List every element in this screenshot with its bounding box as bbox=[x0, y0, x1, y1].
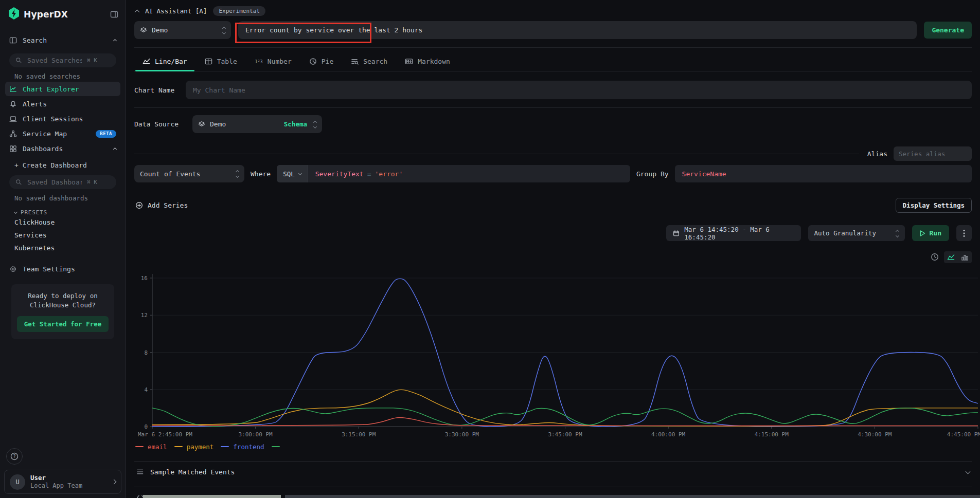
tab-number[interactable]: 1²3 Number bbox=[247, 54, 299, 71]
where-expression-input[interactable]: SQL SeverityText = 'error' bbox=[277, 165, 630, 182]
list-search-icon bbox=[351, 58, 359, 65]
tab-line-bar[interactable]: Line/Bar bbox=[135, 54, 194, 71]
number-123-icon: 1²3 bbox=[255, 58, 263, 65]
sidebar-item-label: Search bbox=[23, 36, 47, 44]
alias-input[interactable] bbox=[894, 146, 972, 161]
add-series-button[interactable]: Add Series bbox=[134, 201, 188, 209]
granularity-select[interactable]: Auto Granularity bbox=[808, 225, 905, 241]
chart[interactable]: 0481216Mar 6 2:45:00 PM3:00:00 PM3:15:00… bbox=[134, 264, 972, 440]
data-source-label: Data Source bbox=[134, 120, 192, 128]
user-menu[interactable]: U User Local App Team bbox=[4, 470, 121, 494]
layers-icon bbox=[140, 27, 147, 34]
more-options-button[interactable] bbox=[956, 225, 972, 241]
where-label: Where bbox=[251, 170, 271, 178]
bar-view-toggle[interactable] bbox=[960, 252, 970, 262]
sidebar-item-chart-explorer[interactable]: Chart Explorer bbox=[5, 82, 120, 96]
sidebar-item-label: Alerts bbox=[23, 100, 47, 108]
svg-text:3:30:00 PM: 3:30:00 PM bbox=[445, 431, 479, 438]
preset-services[interactable]: Services bbox=[5, 229, 120, 242]
svg-text:3:15:00 PM: 3:15:00 PM bbox=[342, 431, 376, 438]
sidebar-item-search[interactable]: Search bbox=[5, 33, 120, 47]
legend-dash-icon bbox=[174, 446, 183, 447]
saved-searches-input[interactable]: ⌘ K bbox=[9, 53, 116, 67]
chevron-right-icon bbox=[112, 479, 117, 485]
where-value-token: 'error' bbox=[375, 170, 403, 178]
saved-dashboards-input[interactable]: ⌘ K bbox=[9, 175, 116, 189]
legend-item[interactable]: payment bbox=[174, 443, 214, 451]
legend-item[interactable]: email bbox=[135, 443, 167, 451]
sidebar-item-service-map[interactable]: Service Map BETA bbox=[5, 126, 120, 141]
select-chevrons-icon bbox=[236, 169, 239, 178]
display-settings-button[interactable]: Display Settings bbox=[896, 198, 972, 213]
markdown-icon bbox=[405, 58, 413, 65]
saved-searches-field[interactable] bbox=[26, 56, 83, 65]
preset-kubernetes[interactable]: Kubernetes bbox=[5, 242, 120, 254]
tab-search[interactable]: Search bbox=[344, 54, 395, 71]
user-name: User bbox=[30, 474, 82, 482]
chart-type-tabs: Line/Bar Table 1²3 Number Pie Search Mar… bbox=[134, 54, 972, 71]
sidebar-item-dashboards[interactable]: Dashboards bbox=[5, 141, 120, 156]
time-format-button[interactable] bbox=[931, 253, 939, 261]
sidebar-item-team-settings[interactable]: Team Settings bbox=[5, 262, 120, 276]
horizontal-scrollbar-track[interactable] bbox=[285, 495, 980, 498]
schema-link[interactable]: Schema bbox=[284, 120, 307, 128]
date-range-picker[interactable]: Mar 6 14:45:20 - Mar 6 16:45:20 bbox=[666, 225, 801, 241]
chevron-down-icon bbox=[966, 469, 971, 474]
horizontal-scrollbar-thumb[interactable] bbox=[143, 495, 281, 498]
sidebar-item-label: Service Map bbox=[23, 130, 67, 138]
select-chevrons-icon bbox=[314, 120, 316, 129]
sidebar-collapse-icon[interactable] bbox=[110, 10, 118, 19]
sample-matched-events-panel[interactable]: Sample Matched Events bbox=[134, 461, 972, 483]
clock-icon bbox=[931, 253, 939, 261]
create-dashboard-button[interactable]: + Create Dashboard bbox=[5, 156, 120, 169]
svg-text:3:45:00 PM: 3:45:00 PM bbox=[548, 431, 582, 438]
svg-text:3:00:00 PM: 3:00:00 PM bbox=[239, 431, 273, 438]
user-team: Local App Team bbox=[30, 482, 82, 490]
aggregation-select[interactable]: Count of Events bbox=[134, 165, 244, 182]
clickhouse-cloud-promo: Ready to deploy on ClickHouse Cloud? Get… bbox=[11, 284, 114, 339]
collapse-assistant-icon[interactable] bbox=[135, 9, 140, 14]
tab-pie[interactable]: Pie bbox=[302, 54, 341, 71]
aggregation-value: Count of Events bbox=[140, 170, 200, 178]
legend-item[interactable]: frontend bbox=[221, 443, 264, 451]
line-chart-canvas[interactable]: 0481216Mar 6 2:45:00 PM3:00:00 PM3:15:00… bbox=[134, 264, 980, 440]
where-field-token: SeverityText bbox=[315, 170, 364, 178]
sidebar-item-client-sessions[interactable]: Client Sessions bbox=[5, 112, 120, 126]
sidebar-item-label: Chart Explorer bbox=[23, 85, 79, 93]
help-button[interactable]: ? bbox=[6, 448, 23, 465]
no-saved-searches-text: No saved searches bbox=[5, 67, 120, 81]
beta-badge: BETA bbox=[96, 130, 116, 138]
saved-dashboards-field[interactable] bbox=[26, 178, 83, 187]
svg-text:12: 12 bbox=[141, 312, 148, 319]
presets-header[interactable]: PRESETS bbox=[5, 203, 120, 216]
assistant-source-select[interactable]: Demo bbox=[134, 21, 231, 39]
search-icon bbox=[15, 179, 22, 186]
sidebar-item-alerts[interactable]: Alerts bbox=[5, 97, 120, 111]
tab-markdown[interactable]: Markdown bbox=[398, 54, 457, 71]
svg-text:1²3: 1²3 bbox=[255, 59, 262, 64]
no-saved-dashboards-text: No saved dashboards bbox=[5, 189, 120, 203]
generate-button[interactable]: Generate bbox=[924, 22, 972, 39]
chevron-up-icon bbox=[113, 147, 117, 151]
grid-icon bbox=[9, 145, 17, 153]
service-map-icon bbox=[9, 130, 17, 138]
select-chevrons-icon bbox=[896, 229, 899, 238]
assistant-prompt-input[interactable] bbox=[238, 21, 917, 39]
chart-name-input[interactable] bbox=[186, 81, 972, 99]
presets-label: PRESETS bbox=[21, 209, 47, 216]
gear-icon bbox=[9, 265, 17, 273]
sql-mode-select[interactable]: SQL bbox=[277, 165, 308, 182]
line-view-toggle[interactable] bbox=[946, 252, 956, 262]
svg-text:4:15:00 PM: 4:15:00 PM bbox=[755, 431, 789, 438]
preset-clickhouse[interactable]: ClickHouse bbox=[5, 216, 120, 229]
granularity-value: Auto Granularity bbox=[814, 229, 876, 237]
calendar-icon bbox=[673, 230, 680, 237]
table-icon bbox=[205, 58, 212, 65]
group-by-input[interactable]: ServiceName bbox=[675, 165, 972, 182]
tab-table[interactable]: Table bbox=[198, 54, 244, 71]
run-button[interactable]: Run bbox=[912, 225, 949, 241]
get-started-button[interactable]: Get Started for Free bbox=[17, 316, 109, 332]
sidebar: HyperDX Search ⌘ K No saved searches C bbox=[0, 0, 126, 498]
legend-item[interactable] bbox=[272, 446, 284, 447]
data-source-select[interactable]: Demo Schema bbox=[192, 115, 322, 133]
